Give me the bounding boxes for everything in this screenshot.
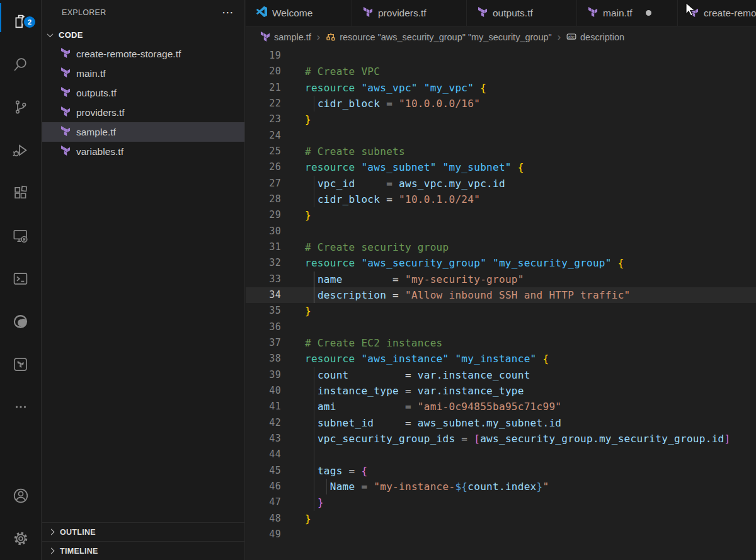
code-line-24[interactable]: 24 — [246, 128, 756, 144]
code-line-27[interactable]: 27 vpc_id = aws_vpc.my_vpc.id — [246, 176, 756, 191]
code-text: Name = "my-instance-${count.index}" — [305, 479, 549, 494]
file-item-create-remote-storage.tf[interactable]: create-remote-storage.tf — [42, 44, 244, 64]
activity-item-terraform[interactable] — [0, 343, 41, 386]
breadcrumb-item-1[interactable]: sample.tf — [260, 31, 311, 43]
activity-item-extensions[interactable] — [0, 171, 41, 214]
code-text: } — [305, 303, 311, 319]
code-line-48[interactable]: 48} — [246, 511, 756, 527]
code-line-25[interactable]: 25# Create subnets — [246, 144, 756, 159]
activity-item-edge-tools[interactable] — [0, 300, 41, 343]
gutter-space — [281, 207, 305, 223]
breadcrumb-item-2[interactable]: resource "aws_security_group" "my_securi… — [326, 31, 552, 43]
code-line-40[interactable]: 40 instance_type = var.instance_type — [246, 383, 756, 399]
line-number: 30 — [246, 224, 281, 239]
code-line-29[interactable]: 29} — [246, 207, 756, 223]
file-list: create-remote-storage.tfmain.tfoutputs.t… — [42, 44, 244, 161]
code-line-35[interactable]: 35} — [246, 303, 756, 319]
code-line-28[interactable]: 28 cidr_block = "10.0.1.0/24" — [246, 191, 756, 207]
line-number: 42 — [246, 415, 281, 431]
code-line-31[interactable]: 31# Create security group — [246, 239, 756, 255]
terraform-file-icon — [60, 48, 71, 60]
gutter-space — [281, 271, 305, 287]
indent-guide — [314, 463, 314, 479]
tab-main.tf[interactable]: main.tf — [577, 0, 678, 26]
code-text: } — [305, 111, 311, 127]
code-line-22[interactable]: 22 cidr_block = "10.0.0.0/16" — [246, 96, 756, 111]
gutter-space — [281, 176, 305, 191]
code-text: resource "aws_vpc" "my_vpc" { — [305, 80, 486, 96]
gutter-space — [281, 494, 305, 510]
source-control-icon — [13, 99, 29, 115]
file-item-variables.tf[interactable]: variables.tf — [42, 142, 244, 161]
activity-item-account[interactable] — [0, 474, 41, 517]
panel-outline[interactable]: OUTLINE — [42, 522, 244, 541]
tab-Welcome[interactable]: Welcome — [246, 0, 352, 26]
code-text: # Create security group — [305, 239, 449, 255]
file-name: outputs.tf — [76, 88, 117, 99]
tab-outputs.tf[interactable]: outputs.tf — [467, 0, 577, 26]
line-number: 21 — [246, 80, 281, 96]
modified-dot[interactable] — [646, 10, 651, 16]
file-item-sample.tf[interactable]: sample.tf — [42, 122, 244, 142]
code-line-45[interactable]: 45 tags = { — [246, 463, 756, 479]
code-line-36[interactable]: 36 — [246, 319, 756, 335]
code-line-20[interactable]: 20# Create VPC — [246, 64, 756, 79]
code-text: count = var.instance_count — [305, 367, 530, 383]
activity-item-source-control[interactable] — [0, 86, 41, 129]
code-line-34[interactable]: 34 description = "Allow inbound SSH and … — [246, 287, 756, 303]
line-number: 31 — [246, 239, 281, 255]
code-line-30[interactable]: 30 — [246, 224, 756, 239]
indent-guide — [314, 96, 314, 111]
breadcrumb: sample.tf›resource "aws_security_group" … — [246, 26, 756, 48]
code-line-21[interactable]: 21resource "aws_vpc" "my_vpc" { — [246, 80, 756, 96]
code-line-44[interactable]: 44 — [246, 447, 756, 462]
code-line-32[interactable]: 32resource "aws_security_group" "my_secu… — [246, 255, 756, 271]
code-line-49[interactable]: 49 — [246, 527, 756, 542]
panel-timeline-label: TIMELINE — [60, 547, 98, 556]
code-line-33[interactable]: 33 name = "my-security-group" — [246, 271, 756, 287]
code-line-38[interactable]: 38resource "aws_instance" "my_instance" … — [246, 351, 756, 367]
section-code[interactable]: CODE — [42, 25, 244, 44]
code-line-43[interactable]: 43 vpc_security_group_ids = [aws_securit… — [246, 431, 756, 447]
activity-item-more[interactable] — [0, 386, 41, 428]
panel-timeline[interactable]: TIMELINE — [42, 541, 244, 560]
breadcrumb-label: resource "aws_security_group" "my_securi… — [340, 32, 552, 42]
file-item-outputs.tf[interactable]: outputs.tf — [42, 83, 244, 103]
gutter-space — [281, 335, 305, 351]
line-number: 45 — [246, 463, 281, 479]
chevron-down-icon — [47, 31, 54, 37]
code-line-46[interactable]: 46 Name = "my-instance-${count.index}" — [246, 479, 756, 494]
gutter-space — [281, 80, 305, 96]
file-item-main.tf[interactable]: main.tf — [42, 64, 244, 83]
code-line-47[interactable]: 47 } — [246, 494, 756, 510]
line-number: 44 — [246, 447, 281, 462]
code-line-42[interactable]: 42 subnet_id = aws_subnet.my_subnet.id — [246, 415, 756, 431]
indent-guide — [314, 191, 314, 207]
gutter-space — [281, 64, 305, 79]
tab-providers.tf[interactable]: providers.tf — [352, 0, 467, 26]
activity-item-remote-explorer[interactable] — [0, 214, 41, 257]
code-line-23[interactable]: 23} — [246, 111, 756, 127]
code-line-26[interactable]: 26resource "aws_subnet" "my_subnet" { — [246, 159, 756, 175]
activity-item-search[interactable] — [0, 43, 41, 86]
file-item-providers.tf[interactable]: providers.tf — [42, 103, 244, 122]
code-line-19[interactable]: 19 — [246, 48, 756, 64]
code-line-37[interactable]: 37# Create EC2 instances — [246, 335, 756, 351]
activity-item-explorer[interactable]: 2 — [0, 0, 41, 43]
breadcrumb-item-3[interactable]: abcdescription — [566, 31, 624, 43]
code-editor[interactable]: 1920# Create VPC21resource "aws_vpc" "my… — [246, 48, 756, 560]
gutter-space — [281, 527, 305, 542]
activity-item-terminal[interactable] — [0, 257, 41, 300]
terraform-file-icon — [60, 146, 71, 158]
gutter-space — [281, 287, 305, 303]
activity-item-settings[interactable] — [0, 517, 41, 560]
code-line-41[interactable]: 41 ami = "ami-0c94855ba95c71c99" — [246, 399, 756, 414]
more-actions-icon[interactable]: ⋯ — [222, 9, 234, 16]
code-line-39[interactable]: 39 count = var.instance_count — [246, 367, 756, 383]
tab-label: main.tf — [603, 8, 633, 19]
gutter-space — [281, 128, 305, 144]
gutter-space — [281, 319, 305, 335]
code-text: ami = "ami-0c94855ba95c71c99" — [305, 399, 561, 414]
gutter-space — [281, 431, 305, 447]
activity-item-run-and-debug[interactable] — [0, 129, 41, 171]
